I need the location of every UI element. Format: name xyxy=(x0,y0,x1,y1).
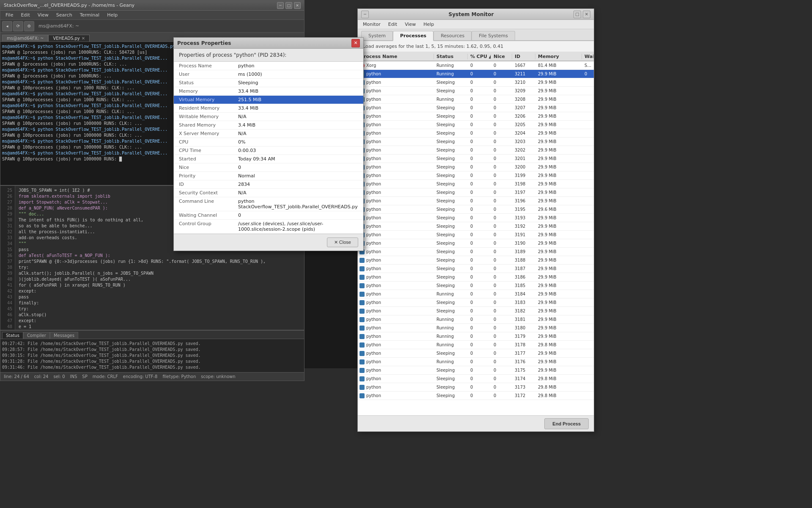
table-row[interactable]: pythonSleeping00319229.9 MiB xyxy=(358,222,594,231)
sysmon-menu-view[interactable]: View xyxy=(401,21,419,28)
code-line: finally: xyxy=(19,300,301,306)
table-row[interactable]: pythonRunning00321129.9 MiB0 xyxy=(358,70,594,78)
table-row[interactable]: pythonSleeping00319929.9 MiB xyxy=(358,171,594,180)
th-process-name[interactable]: Process Name xyxy=(358,54,434,59)
table-row[interactable]: pythonSleeping00318929.9 MiB xyxy=(358,248,594,256)
process-nice: 0 xyxy=(491,114,512,119)
process-id: 3178 xyxy=(512,342,535,347)
table-row[interactable]: pythonSleeping00319129.9 MiB xyxy=(358,231,594,239)
table-row[interactable]: pythonSleeping00318729.9 MiB xyxy=(358,265,594,273)
table-row[interactable]: pythonSleeping00319529.6 MiB xyxy=(358,205,594,214)
dialog-footer: ✕ Close xyxy=(174,234,363,251)
table-row[interactable]: pythonSleeping00321029.9 MiB xyxy=(358,78,594,87)
table-row[interactable]: pythonRunning00318029.9 MiB xyxy=(358,324,594,332)
geany-menu-terminal[interactable]: Terminal xyxy=(77,11,103,19)
tab-close-btn[interactable]: ✕ xyxy=(82,36,85,41)
table-row[interactable]: pythonSleeping00320529.9 MiB xyxy=(358,121,594,129)
sysmon-tab-filesystems[interactable]: File Systems xyxy=(472,31,515,40)
sysmon-menu-monitor[interactable]: Monitor xyxy=(359,21,384,28)
geany-menu-file[interactable]: File xyxy=(2,11,16,19)
table-row[interactable]: pythonRunning00318429.9 MiB xyxy=(358,290,594,298)
toolbar-open-btn[interactable]: ⟳ xyxy=(13,21,23,31)
table-row[interactable]: pythonSleeping00319829.9 MiB xyxy=(358,180,594,188)
th-channel[interactable]: Waiting Channel xyxy=(582,54,594,59)
toolbar-save-btn[interactable]: ⚙ xyxy=(24,21,34,31)
table-row[interactable]: pythonRunning00317629.9 MiB xyxy=(358,358,594,366)
dialog-close-button[interactable]: ✕ Close xyxy=(327,237,358,247)
geany-menu-view[interactable]: View xyxy=(34,11,52,19)
table-row[interactable]: pythonSleeping00317529.9 MiB xyxy=(358,366,594,375)
msg-tab-messages[interactable]: Messages xyxy=(50,332,78,339)
table-row[interactable]: pythonSleeping00318329.9 MiB xyxy=(358,298,594,307)
process-memory: 29.9 MiB xyxy=(535,122,582,127)
sysmon-menu-edit[interactable]: Edit xyxy=(385,21,401,28)
process-nice: 0 xyxy=(491,376,512,381)
table-row[interactable]: pythonSleeping00317429.8 MiB xyxy=(358,375,594,383)
th-cpu[interactable]: % CPU ▲ xyxy=(468,54,491,59)
msg-tab-compiler[interactable]: Compiler xyxy=(23,332,50,339)
property-row: Nice0 xyxy=(174,163,363,172)
line-number: 35 xyxy=(3,247,12,253)
end-process-button[interactable]: End Process xyxy=(544,418,589,429)
sysmon-tab-resources[interactable]: Resources xyxy=(433,31,472,40)
sysmon-maximize-btn[interactable]: □ xyxy=(573,11,581,18)
th-memory[interactable]: Memory xyxy=(535,54,582,59)
geany-menu-help[interactable]: Help xyxy=(104,11,121,19)
sysmon-close-btn[interactable]: ✕ xyxy=(583,11,590,18)
table-row[interactable]: pythonSleeping00319729.9 MiB xyxy=(358,188,594,197)
table-row[interactable]: pythonSleeping00320929.9 MiB xyxy=(358,87,594,95)
th-id[interactable]: ID xyxy=(512,54,535,59)
table-row[interactable]: pythonSleeping00318229.9 MiB xyxy=(358,307,594,315)
table-row[interactable]: pythonSleeping00320429.9 MiB xyxy=(358,129,594,138)
table-row[interactable]: pythonSleeping00320329.9 MiB xyxy=(358,138,594,146)
table-row[interactable]: pythonSleeping00320629.9 MiB xyxy=(358,112,594,121)
property-row: Process Namepython xyxy=(174,62,363,70)
table-row[interactable]: pythonSleeping00319029.9 MiB xyxy=(358,239,594,248)
table-row[interactable]: pythonSleeping00318529.9 MiB xyxy=(358,282,594,290)
table-row[interactable]: pythonSleeping00320129.9 MiB xyxy=(358,155,594,163)
table-row[interactable]: pythonRunning00318129.9 MiB xyxy=(358,315,594,324)
table-row[interactable]: pythonSleeping00320229.9 MiB xyxy=(358,146,594,155)
geany-tab-file[interactable]: VEHEADS.py ✕ xyxy=(48,35,90,41)
th-status[interactable]: Status xyxy=(434,54,468,59)
table-row[interactable]: pythonSleeping00319329.9 MiB xyxy=(358,214,594,222)
table-row[interactable]: pythonSleeping00319629.9 MiB xyxy=(358,197,594,205)
process-memory: 29.9 MiB xyxy=(535,114,582,119)
table-row[interactable]: pythonRunning00320829.9 MiB xyxy=(358,95,594,104)
sysmon-tab-processes[interactable]: Processes xyxy=(393,31,433,41)
table-row[interactable]: pythonSleeping00320029.9 MiB xyxy=(358,163,594,171)
dialog-close-x-btn[interactable]: ✕ xyxy=(351,39,360,47)
table-row[interactable]: pythonSleeping00320729.9 MiB xyxy=(358,104,594,112)
process-name-text: python xyxy=(366,241,381,246)
process-id: 3200 xyxy=(512,165,535,169)
sysmon-menu-help[interactable]: Help xyxy=(420,21,437,28)
geany-close-btn[interactable]: ✕ xyxy=(294,2,301,9)
table-row[interactable]: pythonSleeping00317729.9 MiB xyxy=(358,349,594,358)
table-row[interactable]: pythonRunning00317929.9 MiB xyxy=(358,332,594,341)
sysmon-tab-system[interactable]: System xyxy=(361,31,393,40)
geany-maximize-btn[interactable]: □ xyxy=(285,2,292,9)
geany-menu-edit[interactable]: Edit xyxy=(17,11,33,19)
process-name-cell: python xyxy=(358,199,434,204)
geany-menu-search[interactable]: Search xyxy=(53,11,76,19)
process-status: Sleeping xyxy=(434,309,468,313)
process-name-cell: python xyxy=(358,165,434,170)
table-row[interactable]: XorgRunning00166781.4 MiBSyS_epoll_wait xyxy=(358,61,594,70)
geany-minimize-btn[interactable]: ─ xyxy=(277,2,284,9)
process-name-cell: python xyxy=(358,334,434,339)
toolbar-new-btn[interactable]: ◂ xyxy=(2,21,12,31)
table-row[interactable]: pythonSleeping00317329.8 MiB xyxy=(358,383,594,392)
process-id: 3196 xyxy=(512,199,535,203)
process-nice: 0 xyxy=(491,334,512,339)
code-line: try: xyxy=(19,306,301,312)
sysmon-minimize-btn[interactable]: ─ xyxy=(361,11,369,18)
table-row[interactable]: pythonRunning00317829.8 MiB xyxy=(358,341,594,349)
table-row[interactable]: pythonSleeping00317229.8 MiB xyxy=(358,392,594,400)
table-row[interactable]: pythonSleeping00318829.9 MiB xyxy=(358,256,594,265)
th-nice[interactable]: Nice xyxy=(491,54,512,59)
geany-tab-terminal[interactable]: ms@amd64FX: ~ xyxy=(2,35,48,41)
msg-tab-status[interactable]: Status xyxy=(2,332,23,339)
process-table-body[interactable]: XorgRunning00166781.4 MiBSyS_epoll_waitp… xyxy=(358,61,594,415)
table-row[interactable]: pythonSleeping00318629.9 MiB xyxy=(358,273,594,282)
process-memory: 29.9 MiB xyxy=(535,317,582,322)
